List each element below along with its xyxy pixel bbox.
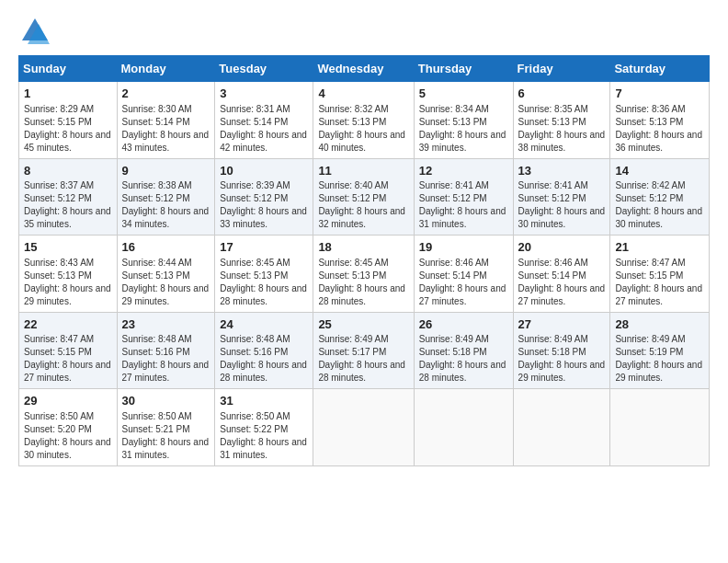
day-number: 1 <box>24 86 112 102</box>
calendar-cell: 1Sunrise: 8:29 AM Sunset: 5:15 PM Daylig… <box>19 82 118 159</box>
day-info: Sunrise: 8:50 AM Sunset: 5:20 PM Dayligh… <box>24 410 112 462</box>
calendar-header-cell: Sunday <box>19 56 118 82</box>
calendar-cell: 24Sunrise: 8:48 AM Sunset: 5:16 PM Dayli… <box>215 312 313 389</box>
day-info: Sunrise: 8:38 AM Sunset: 5:12 PM Dayligh… <box>122 179 210 231</box>
day-info: Sunrise: 8:37 AM Sunset: 5:12 PM Dayligh… <box>24 179 112 231</box>
day-number: 22 <box>24 316 112 333</box>
day-number: 27 <box>518 316 606 333</box>
day-info: Sunrise: 8:47 AM Sunset: 5:15 PM Dayligh… <box>24 333 112 385</box>
calendar-cell: 6Sunrise: 8:35 AM Sunset: 5:13 PM Daylig… <box>513 82 610 159</box>
day-number: 13 <box>518 163 606 179</box>
calendar-cell: 7Sunrise: 8:36 AM Sunset: 5:13 PM Daylig… <box>610 82 710 159</box>
calendar-cell <box>313 389 414 466</box>
day-number: 15 <box>24 239 112 256</box>
day-info: Sunrise: 8:39 AM Sunset: 5:12 PM Dayligh… <box>220 179 308 231</box>
day-info: Sunrise: 8:41 AM Sunset: 5:12 PM Dayligh… <box>419 179 508 231</box>
calendar-cell: 17Sunrise: 8:45 AM Sunset: 5:13 PM Dayli… <box>215 236 313 313</box>
day-number: 21 <box>615 239 704 256</box>
day-number: 18 <box>318 239 408 256</box>
calendar-cell: 12Sunrise: 8:41 AM Sunset: 5:12 PM Dayli… <box>414 158 513 236</box>
day-info: Sunrise: 8:47 AM Sunset: 5:15 PM Dayligh… <box>615 257 704 308</box>
calendar-cell <box>414 389 513 466</box>
calendar-header-cell: Tuesday <box>215 56 313 82</box>
calendar-cell: 9Sunrise: 8:38 AM Sunset: 5:12 PM Daylig… <box>117 158 215 236</box>
day-info: Sunrise: 8:45 AM Sunset: 5:13 PM Dayligh… <box>318 257 408 308</box>
header <box>18 15 710 48</box>
calendar-header-cell: Monday <box>117 56 215 82</box>
day-info: Sunrise: 8:40 AM Sunset: 5:12 PM Dayligh… <box>318 179 408 231</box>
calendar-cell: 23Sunrise: 8:48 AM Sunset: 5:16 PM Dayli… <box>117 312 215 389</box>
day-number: 17 <box>220 239 308 256</box>
day-number: 24 <box>220 316 308 333</box>
day-info: Sunrise: 8:44 AM Sunset: 5:13 PM Dayligh… <box>122 257 210 308</box>
day-number: 2 <box>122 86 210 102</box>
calendar-cell: 21Sunrise: 8:47 AM Sunset: 5:15 PM Dayli… <box>610 236 710 313</box>
page: SundayMondayTuesdayWednesdayThursdayFrid… <box>0 0 728 563</box>
calendar-cell: 16Sunrise: 8:44 AM Sunset: 5:13 PM Dayli… <box>117 236 215 313</box>
calendar-cell: 19Sunrise: 8:46 AM Sunset: 5:14 PM Dayli… <box>414 236 513 313</box>
day-info: Sunrise: 8:29 AM Sunset: 5:15 PM Dayligh… <box>24 103 112 155</box>
calendar-cell: 31Sunrise: 8:50 AM Sunset: 5:22 PM Dayli… <box>215 389 313 466</box>
day-number: 11 <box>318 163 408 179</box>
day-info: Sunrise: 8:30 AM Sunset: 5:14 PM Dayligh… <box>122 103 210 155</box>
calendar-cell: 29Sunrise: 8:50 AM Sunset: 5:20 PM Dayli… <box>19 389 118 466</box>
day-info: Sunrise: 8:48 AM Sunset: 5:16 PM Dayligh… <box>122 333 210 385</box>
day-info: Sunrise: 8:48 AM Sunset: 5:16 PM Dayligh… <box>220 333 308 385</box>
day-number: 26 <box>419 316 508 333</box>
calendar-cell <box>513 389 610 466</box>
day-number: 9 <box>122 163 210 179</box>
calendar-cell: 25Sunrise: 8:49 AM Sunset: 5:17 PM Dayli… <box>313 312 414 389</box>
day-number: 7 <box>615 86 704 102</box>
calendar-cell: 3Sunrise: 8:31 AM Sunset: 5:14 PM Daylig… <box>215 82 313 159</box>
day-number: 8 <box>24 163 112 179</box>
day-number: 4 <box>318 86 408 102</box>
day-number: 23 <box>122 316 210 333</box>
day-number: 30 <box>122 393 210 409</box>
day-number: 19 <box>419 239 508 256</box>
calendar-cell: 13Sunrise: 8:41 AM Sunset: 5:12 PM Dayli… <box>513 158 610 236</box>
day-info: Sunrise: 8:34 AM Sunset: 5:13 PM Dayligh… <box>419 103 508 155</box>
calendar-cell: 22Sunrise: 8:47 AM Sunset: 5:15 PM Dayli… <box>19 312 118 389</box>
day-info: Sunrise: 8:49 AM Sunset: 5:19 PM Dayligh… <box>615 333 704 385</box>
calendar-header-cell: Friday <box>513 56 610 82</box>
day-number: 20 <box>518 239 606 256</box>
calendar-cell: 30Sunrise: 8:50 AM Sunset: 5:21 PM Dayli… <box>117 389 215 466</box>
calendar-cell: 11Sunrise: 8:40 AM Sunset: 5:12 PM Dayli… <box>313 158 414 236</box>
calendar-cell: 27Sunrise: 8:49 AM Sunset: 5:18 PM Dayli… <box>513 312 610 389</box>
day-info: Sunrise: 8:50 AM Sunset: 5:22 PM Dayligh… <box>220 410 308 462</box>
day-number: 12 <box>419 163 508 179</box>
logo-icon <box>18 15 51 48</box>
calendar-header-row: SundayMondayTuesdayWednesdayThursdayFrid… <box>19 56 710 82</box>
day-info: Sunrise: 8:32 AM Sunset: 5:13 PM Dayligh… <box>318 103 408 155</box>
calendar-cell: 26Sunrise: 8:49 AM Sunset: 5:18 PM Dayli… <box>414 312 513 389</box>
calendar-cell: 4Sunrise: 8:32 AM Sunset: 5:13 PM Daylig… <box>313 82 414 159</box>
day-info: Sunrise: 8:31 AM Sunset: 5:14 PM Dayligh… <box>220 103 308 155</box>
calendar-header-cell: Wednesday <box>313 56 414 82</box>
day-info: Sunrise: 8:36 AM Sunset: 5:13 PM Dayligh… <box>615 103 704 155</box>
day-info: Sunrise: 8:41 AM Sunset: 5:12 PM Dayligh… <box>518 179 606 231</box>
day-info: Sunrise: 8:49 AM Sunset: 5:18 PM Dayligh… <box>518 333 606 385</box>
day-info: Sunrise: 8:49 AM Sunset: 5:18 PM Dayligh… <box>419 333 508 385</box>
calendar-cell: 18Sunrise: 8:45 AM Sunset: 5:13 PM Dayli… <box>313 236 414 313</box>
calendar-week-row: 8Sunrise: 8:37 AM Sunset: 5:12 PM Daylig… <box>19 158 710 236</box>
day-number: 29 <box>24 393 112 409</box>
calendar-cell: 20Sunrise: 8:46 AM Sunset: 5:14 PM Dayli… <box>513 236 610 313</box>
calendar-cell <box>610 389 710 466</box>
calendar-header-cell: Thursday <box>414 56 513 82</box>
calendar-cell: 15Sunrise: 8:43 AM Sunset: 5:13 PM Dayli… <box>19 236 118 313</box>
calendar-cell: 10Sunrise: 8:39 AM Sunset: 5:12 PM Dayli… <box>215 158 313 236</box>
calendar-header-cell: Saturday <box>610 56 710 82</box>
day-info: Sunrise: 8:42 AM Sunset: 5:12 PM Dayligh… <box>615 179 704 231</box>
logo <box>18 15 55 48</box>
calendar-cell: 8Sunrise: 8:37 AM Sunset: 5:12 PM Daylig… <box>19 158 118 236</box>
calendar-week-row: 1Sunrise: 8:29 AM Sunset: 5:15 PM Daylig… <box>19 82 710 159</box>
day-info: Sunrise: 8:50 AM Sunset: 5:21 PM Dayligh… <box>122 410 210 462</box>
day-number: 16 <box>122 239 210 256</box>
day-number: 25 <box>318 316 408 333</box>
day-info: Sunrise: 8:43 AM Sunset: 5:13 PM Dayligh… <box>24 257 112 308</box>
calendar-body: 1Sunrise: 8:29 AM Sunset: 5:15 PM Daylig… <box>19 82 710 466</box>
day-number: 5 <box>419 86 508 102</box>
calendar-week-row: 29Sunrise: 8:50 AM Sunset: 5:20 PM Dayli… <box>19 389 710 466</box>
day-info: Sunrise: 8:46 AM Sunset: 5:14 PM Dayligh… <box>419 257 508 308</box>
calendar-cell: 14Sunrise: 8:42 AM Sunset: 5:12 PM Dayli… <box>610 158 710 236</box>
